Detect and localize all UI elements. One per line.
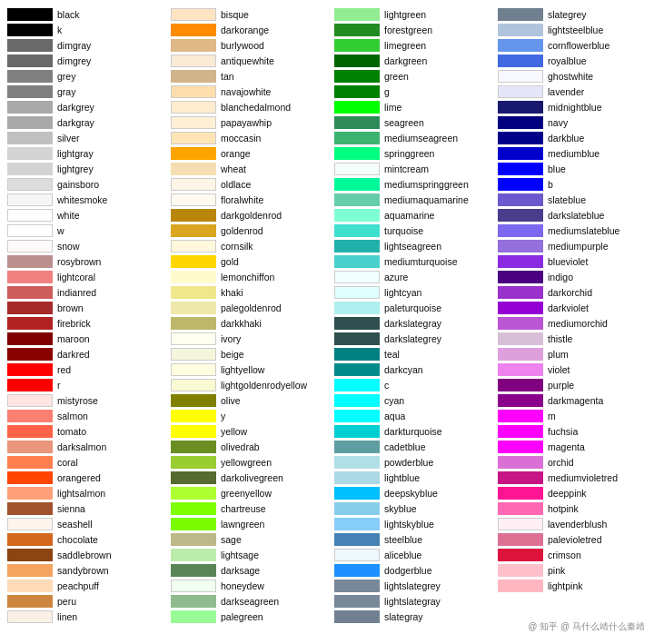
- color-name: powderblue: [384, 457, 433, 468]
- color-name: magenta: [548, 441, 585, 452]
- color-item: lightgrey: [7, 162, 171, 176]
- color-swatch: [498, 101, 543, 114]
- color-item: olivedrab: [171, 440, 334, 454]
- color-grid: blackkdimgraydimgreygreygraydarkgreydark…: [7, 7, 647, 625]
- color-swatch: [171, 163, 216, 175]
- color-item: palegoldenrod: [171, 301, 334, 315]
- color-swatch: [171, 549, 216, 561]
- color-swatch: [171, 487, 216, 500]
- color-item: grey: [7, 69, 171, 84]
- color-item: slategray: [334, 609, 498, 624]
- color-name: peachpuff: [57, 580, 99, 591]
- color-item: aliceblue: [334, 548, 498, 562]
- color-name: m: [548, 411, 556, 421]
- color-swatch: [7, 24, 53, 36]
- color-swatch: [498, 564, 543, 577]
- color-item: floralwhite: [171, 193, 334, 207]
- color-item: aqua: [334, 409, 498, 423]
- color-name: lightgray: [57, 148, 94, 159]
- color-name: saddlebrown: [57, 550, 112, 560]
- color-swatch: [171, 8, 216, 21]
- color-item: orangered: [7, 471, 171, 485]
- color-item: blue: [498, 162, 654, 176]
- color-swatch: [334, 178, 380, 191]
- color-name: mediumpurple: [548, 241, 609, 252]
- color-name: r: [57, 380, 61, 391]
- color-name: plum: [548, 349, 569, 360]
- color-item: teal: [334, 347, 498, 362]
- color-name: darkslateblue: [548, 210, 604, 221]
- color-name: coral: [57, 457, 78, 468]
- color-name: ghostwhite: [548, 71, 593, 82]
- color-item: orchid: [498, 455, 654, 470]
- color-name: grey: [57, 71, 75, 82]
- color-item: gray: [7, 84, 171, 99]
- color-swatch: [7, 487, 53, 500]
- color-swatch: [7, 193, 53, 206]
- color-item: navajowhite: [171, 84, 334, 99]
- color-swatch: [171, 255, 216, 268]
- color-swatch: [171, 456, 216, 469]
- color-item: mediumblue: [498, 146, 654, 161]
- color-swatch: [171, 54, 216, 67]
- color-swatch: [498, 178, 543, 191]
- color-name: sandybrown: [57, 565, 109, 576]
- color-item: thistle: [498, 332, 654, 346]
- color-name: aliceblue: [384, 550, 421, 560]
- color-item: crimson: [498, 548, 654, 562]
- color-name: papayawhip: [221, 117, 272, 128]
- color-item: g: [334, 84, 498, 99]
- color-name: dimgray: [57, 40, 91, 51]
- color-swatch: [171, 564, 216, 577]
- color-swatch: [334, 456, 380, 469]
- color-item: cadetblue: [334, 440, 498, 454]
- color-item: mintcream: [334, 162, 498, 176]
- color-name: olive: [221, 395, 241, 406]
- color-name: silver: [57, 133, 80, 144]
- color-name: blue: [548, 163, 566, 174]
- color-swatch: [171, 209, 216, 222]
- color-swatch: [498, 255, 543, 268]
- color-swatch: [498, 286, 543, 299]
- color-swatch: [498, 116, 543, 129]
- color-item: linen: [7, 609, 171, 624]
- color-name: lightyellow: [221, 364, 264, 375]
- color-swatch: [171, 147, 216, 160]
- color-item: darkgrey: [7, 100, 171, 114]
- color-column-2: lightgreenforestgreenlimegreendarkgreeng…: [334, 7, 498, 625]
- color-item: gold: [171, 254, 334, 269]
- color-name: yellow: [221, 426, 247, 437]
- color-swatch: [334, 240, 380, 253]
- color-item: indigo: [498, 270, 654, 284]
- color-name: tomato: [57, 426, 86, 437]
- color-item: darkgray: [7, 115, 171, 130]
- color-swatch: [7, 332, 53, 345]
- color-swatch: [498, 441, 543, 453]
- color-item: sienna: [7, 501, 171, 516]
- color-name: darkgray: [57, 117, 94, 128]
- color-name: mistyrose: [57, 395, 98, 406]
- color-name: linen: [57, 611, 77, 622]
- color-name: gray: [57, 86, 75, 97]
- color-column-1: bisquedarkorangeburlywoodantiquewhitetan…: [171, 7, 334, 625]
- color-item: darkkhaki: [171, 316, 334, 331]
- color-item: paleturquoise: [334, 301, 498, 315]
- color-swatch: [334, 332, 380, 345]
- color-name: salmon: [57, 411, 88, 421]
- color-item: seagreen: [334, 115, 498, 130]
- color-swatch: [171, 533, 216, 546]
- color-swatch: [498, 363, 543, 376]
- color-name: firebrick: [57, 318, 91, 329]
- color-swatch: [171, 271, 216, 283]
- color-name: dimgrey: [57, 55, 91, 66]
- color-item: black: [7, 7, 171, 22]
- color-swatch: [7, 240, 53, 253]
- color-swatch: [498, 147, 543, 160]
- color-name: orchid: [548, 457, 574, 468]
- color-item: cornsilk: [171, 239, 334, 253]
- color-item: plum: [498, 347, 654, 362]
- color-item: hotpink: [498, 501, 654, 516]
- color-name: palegoldenrod: [221, 302, 282, 313]
- color-swatch: [171, 410, 216, 422]
- color-name: darkolivegreen: [221, 472, 283, 483]
